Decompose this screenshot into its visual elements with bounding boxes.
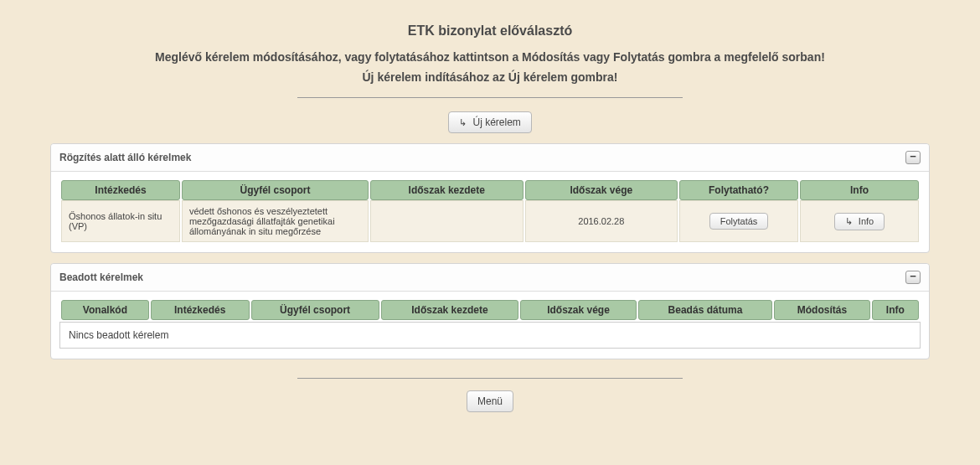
col-intezkedes: Intézkedés xyxy=(151,300,250,320)
new-request-button[interactable]: Új kérelem xyxy=(448,111,532,133)
col-idoszak-vege: Időszak vége xyxy=(525,180,678,200)
col-beadas-datuma: Beadás dátuma xyxy=(638,300,772,320)
panel-title: Rögzítés alatt álló kérelmek xyxy=(59,152,191,163)
col-idoszak-kezdete: Időszak kezdete xyxy=(381,300,519,320)
page-subtitle-1: Meglévő kérelem módosításához, vagy foly… xyxy=(101,50,879,64)
divider xyxy=(297,378,683,379)
panel-submitted-requests: Beadott kérelmek − Vonalkód Intézkedés Ü… xyxy=(50,263,930,359)
page-title: ETK bizonylat előválasztó xyxy=(101,23,879,39)
return-arrow-icon xyxy=(459,116,467,128)
col-vonalkod: Vonalkód xyxy=(61,300,149,320)
continue-button[interactable]: Folytatás xyxy=(709,213,769,230)
col-modositas: Módosítás xyxy=(774,300,870,320)
collapse-button[interactable]: − xyxy=(905,271,921,284)
cell-intezkedes: Őshonos állatok-in situ (VP) xyxy=(61,200,180,242)
menu-label: Menü xyxy=(477,395,503,407)
table-row: Őshonos állatok-in situ (VP) védett ősho… xyxy=(61,200,919,242)
col-idoszak-vege: Időszak vége xyxy=(520,300,637,320)
panel-in-progress-requests: Rögzítés alatt álló kérelmek − Intézkedé… xyxy=(50,143,930,253)
divider xyxy=(297,97,683,98)
cell-idoszak-vege: 2016.02.28 xyxy=(525,200,678,242)
menu-button[interactable]: Menü xyxy=(467,390,513,412)
col-info: Info xyxy=(800,180,919,200)
cell-idoszak-kezdete xyxy=(370,200,524,242)
info-button[interactable]: Info xyxy=(834,213,885,230)
col-ugyfel-csoport: Ügyfél csoport xyxy=(251,300,379,320)
empty-message: Nincs beadott kérelem xyxy=(59,322,921,349)
continue-label: Folytatás xyxy=(720,216,758,226)
col-ugyfel-csoport: Ügyfél csoport xyxy=(182,180,369,200)
col-idoszak-kezdete: Időszak kezdete xyxy=(370,180,524,200)
panel-title: Beadott kérelmek xyxy=(59,271,143,283)
new-request-label: Új kérelem xyxy=(472,116,520,128)
cell-folytathato: Folytatás xyxy=(679,200,798,242)
col-intezkedes: Intézkedés xyxy=(61,180,180,200)
col-info: Info xyxy=(872,300,919,320)
page-subtitle-2: Új kérelem indításához az Új kérelem gom… xyxy=(101,70,879,84)
collapse-button[interactable]: − xyxy=(905,151,921,164)
info-label: Info xyxy=(859,216,874,226)
cell-info: Info xyxy=(800,200,919,242)
return-arrow-icon xyxy=(845,216,853,226)
col-folytathato: Folytatható? xyxy=(679,180,798,200)
cell-ugyfel-csoport: védett őshonos és veszélyeztetett mezőga… xyxy=(182,200,369,242)
